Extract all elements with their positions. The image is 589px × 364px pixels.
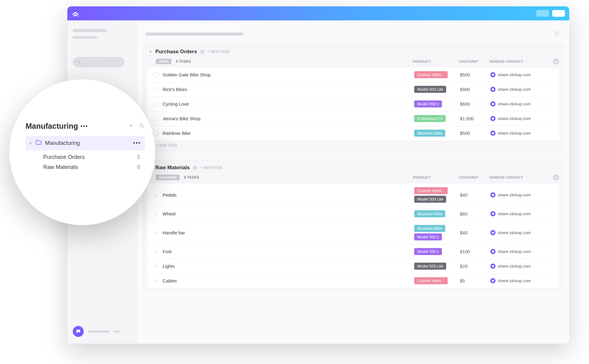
product-tag[interactable]: Custom Hybri... [414, 187, 448, 194]
add-column-icon[interactable]: + [553, 58, 559, 65]
space-title: Manufacturing [26, 122, 78, 131]
footer-skeleton [114, 331, 120, 333]
chat-icon[interactable] [73, 326, 84, 337]
link-icon [490, 87, 496, 92]
new-task-link[interactable]: + NEW TASK [200, 166, 222, 170]
vendor-link: share.clickup.com [498, 278, 531, 283]
task-vendor[interactable]: share.clickup.com [490, 278, 548, 283]
link-icon [490, 264, 496, 269]
group-title: Purchase Orders [155, 49, 197, 55]
task-status-circle[interactable] [153, 211, 158, 217]
task-row[interactable]: Pedals Custom Hybri...Model 500 Lite $40… [147, 184, 559, 207]
col-header-vendor[interactable]: VENDOR CONTACT [489, 176, 547, 179]
product-tag[interactable]: Mountain Bike [414, 225, 445, 232]
vendor-link: share.clickup.com [498, 87, 531, 92]
task-cost: $5 [460, 278, 490, 283]
status-badge[interactable]: REQUIRED [156, 175, 180, 180]
topbar-button-b[interactable] [552, 10, 565, 17]
sidebar-skeleton [73, 29, 106, 32]
product-tag[interactable]: Model 350 z [414, 248, 442, 255]
task-status-circle[interactable] [153, 249, 158, 254]
sidebar-search[interactable] [73, 57, 125, 67]
task-row[interactable]: Handle bar Mountain BikeModel 350 z $40 … [147, 221, 559, 244]
col-header-product[interactable]: PRODUCT [413, 176, 459, 179]
svg-point-1 [556, 33, 558, 35]
product-tag[interactable]: Model 500 Lite [414, 196, 446, 203]
task-status-circle[interactable] [153, 101, 158, 107]
task-vendor[interactable]: share.clickup.com [490, 264, 548, 269]
vendor-link: share.clickup.com [498, 249, 531, 254]
task-row[interactable]: Wheel Mountain Bike $60 share.clickup.co… [147, 207, 559, 221]
task-row[interactable]: Fork Model 350 z $100 share.clickup.com [147, 244, 559, 259]
product-tag[interactable]: Model 500 Lite [414, 263, 446, 270]
product-tag[interactable]: Custom Hybri... [414, 71, 448, 78]
status-badge[interactable]: OPEN [156, 59, 171, 64]
vendor-link: share.clickup.com [498, 131, 531, 135]
space-more-icon[interactable]: ••• [80, 123, 88, 129]
task-row[interactable]: Rainbow Bike Mountain Bike $500 share.cl… [147, 126, 559, 140]
new-task-link[interactable]: + NEW TASK [207, 50, 230, 54]
product-tag[interactable]: Mountain Bike [414, 130, 445, 137]
task-row[interactable]: Jenna's Bike Shop Endurance C3 $1,000 sh… [147, 111, 559, 126]
task-name: Handle bar [163, 230, 414, 235]
task-row[interactable]: Lights Model 500 Lite $20 share.clickup.… [147, 259, 559, 274]
sidebar-list-item[interactable]: Purchase Orders 5 [26, 150, 145, 160]
product-tag[interactable]: Model 350 z [414, 233, 442, 240]
task-vendor[interactable]: share.clickup.com [490, 131, 548, 136]
task-status-circle[interactable] [153, 87, 158, 92]
add-icon[interactable] [128, 122, 134, 131]
product-tag[interactable]: Endurance C3 [414, 115, 446, 122]
task-vendor[interactable]: share.clickup.com [490, 230, 548, 235]
info-icon[interactable] [200, 50, 204, 54]
product-tag[interactable]: Model 500 Lite [414, 86, 446, 93]
task-row[interactable]: Golden Gate Bike Shop Custom Hybri... $5… [147, 68, 559, 82]
topbar-button-a[interactable] [536, 10, 549, 17]
task-vendor[interactable]: share.clickup.com [490, 72, 548, 77]
folder-row-active[interactable]: ▼ Manufacturing ••• [26, 136, 145, 150]
task-cost: $40 [460, 230, 490, 235]
task-vendor[interactable]: share.clickup.com [490, 249, 548, 254]
add-task-link[interactable]: + ADD TASK [147, 140, 559, 149]
search-icon[interactable] [139, 122, 145, 131]
task-vendor[interactable]: share.clickup.com [490, 192, 548, 198]
task-status-circle[interactable] [153, 131, 158, 136]
task-cost: $900 [460, 87, 490, 92]
task-table: Pedals Custom Hybri...Model 500 Lite $40… [147, 184, 559, 288]
link-icon [490, 192, 496, 198]
task-cost: $60 [460, 211, 490, 216]
settings-gear-icon[interactable] [553, 30, 561, 39]
col-header-cost[interactable]: COST/UNIT [459, 60, 489, 63]
col-header-vendor[interactable]: VENDOR CONTACT [489, 60, 547, 63]
product-tag[interactable]: Model 350 z [414, 100, 442, 107]
vendor-link: share.clickup.com [498, 102, 531, 106]
task-tags: Custom Hybri...Model 500 Lite [414, 187, 460, 203]
task-vendor[interactable]: share.clickup.com [490, 101, 548, 107]
caret-down-icon: ▼ [29, 141, 32, 145]
task-cost: $1,000 [460, 116, 490, 121]
col-header-product[interactable]: PRODUCT [413, 60, 459, 63]
task-row[interactable]: Rick's Bikes Model 500 Lite $900 share.c… [147, 82, 559, 97]
task-row[interactable]: Cables Custom Hybri... $5 share.clickup.… [147, 274, 559, 288]
task-name: Wheel [163, 211, 414, 216]
product-tag[interactable]: Mountain Bike [414, 210, 445, 217]
task-status-circle[interactable] [153, 72, 158, 78]
sidebar-list-item[interactable]: Raw Materials 8 [26, 160, 145, 170]
folder-more-icon[interactable]: ••• [133, 140, 141, 146]
task-vendor[interactable]: share.clickup.com [490, 116, 548, 121]
task-name: Pedals [163, 192, 414, 198]
task-cost: $500 [460, 72, 490, 77]
product-tag[interactable]: Custom Hybri... [414, 277, 448, 284]
caret-down-icon[interactable]: ▼ [149, 50, 152, 54]
col-header-cost[interactable]: COST/UNIT [459, 176, 489, 179]
task-status-circle[interactable] [153, 278, 158, 284]
add-column-icon[interactable]: + [553, 174, 559, 180]
info-icon[interactable] [193, 166, 197, 170]
task-status-circle[interactable] [153, 264, 158, 269]
task-vendor[interactable]: share.clickup.com [490, 87, 548, 92]
task-status-circle[interactable] [153, 116, 158, 121]
task-status-circle[interactable] [153, 230, 158, 236]
app-logo-icon[interactable] [72, 9, 79, 17]
task-vendor[interactable]: share.clickup.com [490, 211, 548, 216]
task-status-circle[interactable] [153, 192, 158, 198]
task-row[interactable]: Cycling Love Model 350 z $600 share.clic… [147, 97, 559, 111]
